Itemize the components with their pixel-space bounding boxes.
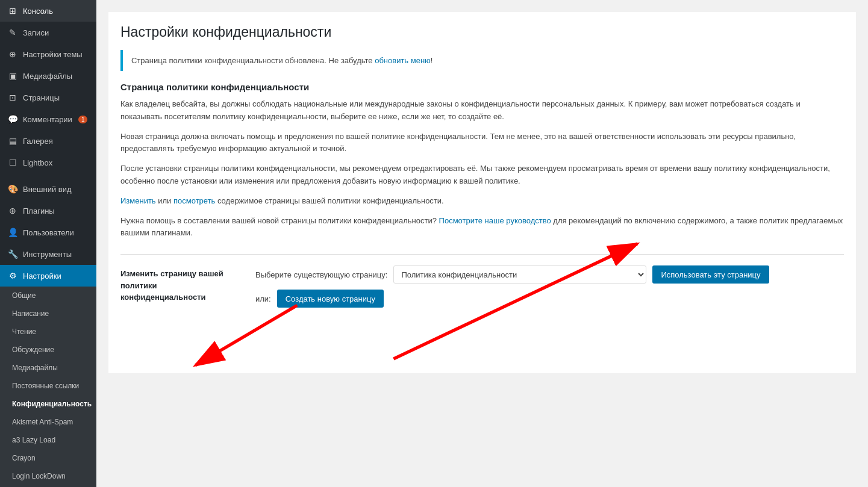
lightbox-icon: ☐ [7,158,18,167]
link-posmotret[interactable]: посмотреть [173,196,215,205]
select-label: Выберите существующую страницу: [255,270,387,279]
settings-label: Изменить страницу вашей политики конфиде… [120,265,241,303]
sidebar-sub-konfidentsialnost[interactable]: Конфиденциальность [0,395,96,413]
sidebar-item-zapisi[interactable]: ✎ Записи [0,22,96,43]
select-row: Выберите существующую страницу: Политика… [255,265,844,284]
mediafayly-icon: ▣ [7,71,18,81]
sidebar-item-kommentarii[interactable]: 💬 Комментарии 1 [0,108,96,130]
sidebar-sub-obshchie[interactable]: Общие [0,287,96,305]
plaginy-icon: ⊕ [7,206,18,216]
desc-text-3: После установки страницы политики конфид… [120,163,844,188]
sidebar-item-nastroyki-temy[interactable]: ⊕ Настройки темы [0,43,96,65]
sidebar-sub-chtenie[interactable]: Чтение [0,323,96,341]
sidebar-item-stranitsy[interactable]: ⊡ Страницы [0,87,96,108]
sidebar-sub-items: Общие Написание Чтение Обсуждение Медиаф… [0,287,96,487]
create-row: или: Создать новую страницу [255,290,844,308]
sidebar-sub-mediafayly[interactable]: Медиафайлы [0,359,96,377]
stranitsy-icon: ⊡ [7,93,18,102]
sidebar-item-vneshniy-vid[interactable]: 🎨 Внешний вид [0,178,96,200]
sidebar-item-konsol[interactable]: ⊞ Консоль [0,0,96,22]
section-title: Страница политики конфиденциальности [120,82,844,92]
or-text: или: [255,294,271,303]
link-rukovodstvo[interactable]: Посмотрите наше руководство [439,216,551,225]
kommentarii-badge: 1 [78,116,88,123]
sidebar-sub-login-lockdown[interactable]: Login LockDown [0,467,96,485]
sidebar: ⊞ Консоль ✎ Записи ⊕ Настройки темы ▣ Ме… [0,0,96,487]
sidebar-sub-crayon[interactable]: Crayon [0,449,96,467]
settings-row: Изменить страницу вашей политики конфиде… [120,254,844,308]
galereya-icon: ▤ [7,136,18,146]
main-content: Настройки конфиденциальности Страница по… [96,0,868,487]
sidebar-item-instrumenty[interactable]: 🔧 Инструменты [0,243,96,265]
sidebar-sub-napisanie[interactable]: Написание [0,305,96,323]
page-select[interactable]: Политика конфиденциальности [393,265,646,284]
sidebar-item-nastroyki[interactable]: ⚙ Настройки [0,265,96,287]
notice-text-before: Страница политики конфиденциальности обн… [131,56,375,65]
sidebar-sub-postoyannyye-ssylki[interactable]: Постоянные ссылки [0,377,96,395]
desc-text-1: Как владелец вебсайта, вы должны соблюда… [120,98,844,123]
notice-link[interactable]: обновить меню [375,56,431,65]
settings-control: Выберите существующую страницу: Политика… [255,265,844,308]
polzovateli-icon: 👤 [7,228,18,237]
notice-text-after: ! [431,56,433,65]
sidebar-item-mediafayly[interactable]: ▣ Медиафайлы [0,65,96,87]
kommentarii-icon: 💬 [7,114,18,124]
desc-text-5: Нужна помощь в составлении вашей новой с… [120,215,844,240]
instrumenty-icon: 🔧 [7,249,18,259]
nastroyki-temy-icon: ⊕ [7,49,18,59]
sidebar-item-lightbox[interactable]: ☐ Lightbox [0,152,96,173]
page-title: Настройки конфиденциальности [120,24,844,40]
sidebar-sub-akismet[interactable]: Akismet Anti-Spam [0,413,96,431]
desc-text-4: Изменить или посмотреть содержимое стран… [120,195,844,208]
sidebar-item-polzovateli[interactable]: 👤 Пользователи [0,222,96,243]
sidebar-item-plaginy[interactable]: ⊕ Плагины [0,200,96,222]
sidebar-sub-a3-lazy-load[interactable]: a3 Lazy Load [0,431,96,449]
vneshniy-vid-icon: 🎨 [7,184,18,194]
zapisi-icon: ✎ [7,28,18,37]
nastroyki-icon: ⚙ [7,271,18,281]
content-area: Настройки конфиденциальности Страница по… [108,12,856,373]
notice-bar: Страница политики конфиденциальности обн… [120,50,844,71]
sidebar-sub-obsuzhdenie[interactable]: Обсуждение [0,341,96,359]
use-page-button[interactable]: Использовать эту страницу [652,265,769,284]
sidebar-item-galereya[interactable]: ▤ Галерея [0,130,96,152]
konsol-icon: ⊞ [7,6,18,16]
desc-text-2: Новая страница должна включать помощь и … [120,131,844,156]
create-page-button[interactable]: Создать новую страницу [277,290,384,308]
link-izmenit[interactable]: Изменить [120,196,156,205]
